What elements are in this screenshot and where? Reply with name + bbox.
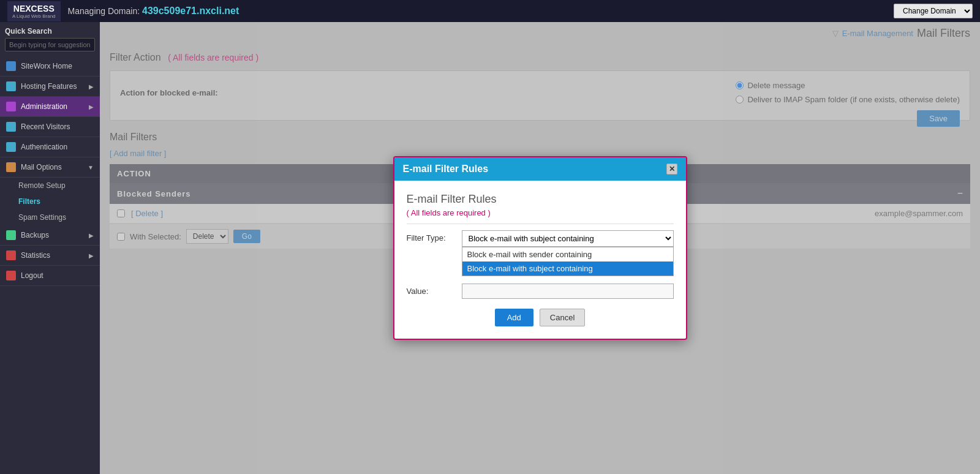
sidebar-item-authentication[interactable]: Authentication bbox=[0, 137, 100, 157]
sidebar-item-backups[interactable]: Backups ▶ bbox=[0, 225, 100, 246]
modal-header: E-mail Filter Rules ✕ bbox=[394, 157, 686, 181]
filter-type-label: Filter Type: bbox=[407, 230, 456, 243]
visitors-icon bbox=[6, 122, 16, 132]
sidebar-item-administration[interactable]: Administration ▶ bbox=[0, 97, 100, 117]
add-button[interactable]: Add bbox=[495, 309, 533, 326]
value-label: Value: bbox=[407, 284, 456, 296]
sidebar-item-statistics[interactable]: Statistics ▶ bbox=[0, 246, 100, 266]
logout-icon bbox=[6, 271, 16, 280]
quick-search-section: Quick Search bbox=[0, 22, 100, 56]
sidebar-sub-spam-settings[interactable]: Spam Settings bbox=[0, 209, 100, 225]
filter-type-select[interactable]: Block e-mail with subject containing bbox=[462, 230, 674, 247]
sidebar-item-hosting[interactable]: Hosting Features ▶ bbox=[0, 77, 100, 97]
email-filter-modal: E-mail Filter Rules ✕ E-mail Filter Rule… bbox=[393, 156, 687, 340]
siteworx-icon bbox=[6, 61, 16, 71]
sidebar-item-label: Recent Visitors bbox=[21, 122, 94, 131]
sidebar-item-label: SiteWorx Home bbox=[21, 62, 94, 70]
modal-actions: Add Cancel bbox=[407, 309, 674, 326]
sidebar-item-label: Backups bbox=[21, 231, 84, 239]
search-input[interactable] bbox=[5, 38, 95, 51]
sidebar-item-mail-options[interactable]: Mail Options ▼ bbox=[0, 157, 100, 178]
modal-close-button[interactable]: ✕ bbox=[666, 164, 677, 175]
cancel-button[interactable]: Cancel bbox=[540, 309, 585, 326]
managing-domain-label: Managing Domain: 439c509e71.nxcli.net bbox=[68, 6, 886, 17]
modal-body: E-mail Filter Rules ( All fields are req… bbox=[394, 181, 686, 339]
logo-sub: A Liquid Web Brand bbox=[12, 13, 56, 19]
modal-divider bbox=[407, 224, 674, 224]
chevron-right-icon: ▶ bbox=[89, 232, 94, 239]
topbar: NEXCESS A Liquid Web Brand Managing Doma… bbox=[0, 0, 980, 22]
value-field bbox=[462, 284, 674, 299]
sidebar-item-label: Statistics bbox=[21, 251, 84, 260]
logo-text: NEXCESS bbox=[13, 4, 55, 13]
sidebar-sub-remote-setup[interactable]: Remote Setup bbox=[0, 178, 100, 194]
value-input[interactable] bbox=[462, 284, 674, 299]
sidebar-item-label: Hosting Features bbox=[21, 82, 84, 91]
sidebar-item-label: Administration bbox=[21, 102, 84, 111]
auth-icon bbox=[6, 142, 16, 152]
sidebar: Quick Search SiteWorx Home Hosting Featu… bbox=[0, 22, 100, 474]
filter-option-subject[interactable]: Block e-mail with subject containing bbox=[462, 261, 673, 276]
sidebar-item-recent-visitors[interactable]: Recent Visitors bbox=[0, 117, 100, 137]
admin-icon bbox=[6, 102, 16, 111]
filter-dropdown-list: Block e-mail with sender containing Bloc… bbox=[462, 247, 674, 276]
backups-icon bbox=[6, 230, 16, 240]
modal-required-label: ( All fields are required ) bbox=[407, 208, 491, 217]
modal-subtitle: E-mail Filter Rules bbox=[407, 193, 674, 206]
chevron-right-icon: ▶ bbox=[89, 252, 94, 259]
modal-title: E-mail Filter Rules bbox=[403, 164, 489, 175]
filter-type-field: Block e-mail with subject containing Blo… bbox=[462, 230, 674, 276]
sidebar-item-logout[interactable]: Logout bbox=[0, 266, 100, 286]
logo: NEXCESS A Liquid Web Brand bbox=[7, 1, 61, 21]
chevron-right-icon: ▶ bbox=[89, 83, 94, 90]
sidebar-sub-filters[interactable]: Filters bbox=[0, 194, 100, 209]
sidebar-item-label: Authentication bbox=[21, 143, 94, 151]
quick-search-label: Quick Search bbox=[5, 27, 95, 36]
chevron-down-icon: ▼ bbox=[88, 164, 94, 171]
stats-icon bbox=[6, 250, 16, 260]
domain-name: 439c509e71.nxcli.net bbox=[142, 6, 239, 16]
chevron-right-icon: ▶ bbox=[89, 103, 94, 110]
sidebar-item-siteworx[interactable]: SiteWorx Home bbox=[0, 56, 100, 77]
sidebar-item-label: Mail Options bbox=[21, 163, 83, 171]
filter-option-sender[interactable]: Block e-mail with sender containing bbox=[462, 247, 673, 261]
sidebar-item-label: Logout bbox=[21, 271, 94, 280]
filter-type-row: Filter Type: Block e-mail with subject c… bbox=[407, 230, 674, 276]
change-domain-dropdown[interactable]: Change Domain bbox=[894, 4, 973, 18]
mail-icon bbox=[6, 162, 16, 172]
hosting-icon bbox=[6, 81, 16, 91]
value-row: Value: bbox=[407, 284, 674, 299]
modal-overlay: E-mail Filter Rules ✕ E-mail Filter Rule… bbox=[100, 22, 980, 474]
